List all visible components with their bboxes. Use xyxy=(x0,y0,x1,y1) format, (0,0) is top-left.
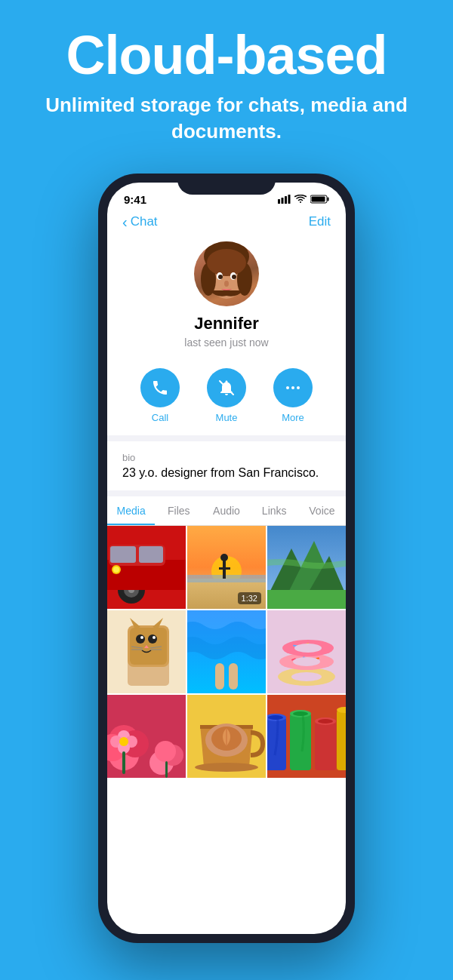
phone-svg xyxy=(151,379,169,397)
call-icon xyxy=(140,368,180,407)
svg-point-76 xyxy=(294,644,322,653)
media-item-6[interactable] xyxy=(267,610,346,693)
notch xyxy=(177,174,276,195)
phone-screen: 9:41 xyxy=(107,183,346,934)
svg-point-105 xyxy=(318,719,333,723)
svg-point-95 xyxy=(195,763,258,772)
svg-rect-28 xyxy=(139,546,163,563)
bio-section: bio 23 y.o. designer from San Francisco. xyxy=(107,441,346,490)
svg-point-20 xyxy=(297,386,300,389)
more-button[interactable]: More xyxy=(273,368,313,423)
svg-point-14 xyxy=(218,275,223,279)
pool-image xyxy=(187,610,266,693)
svg-point-16 xyxy=(224,281,229,287)
media-item-2[interactable]: 1:32 xyxy=(187,526,266,609)
svg-rect-6 xyxy=(312,197,325,202)
bell-mute-svg xyxy=(217,379,236,397)
svg-point-63 xyxy=(291,672,322,681)
tabs-section: Media Files Audio Links Voice xyxy=(107,496,346,526)
svg-point-11 xyxy=(207,249,246,276)
call-label: Call xyxy=(152,412,168,423)
flowers-image xyxy=(107,695,186,778)
back-label: Chat xyxy=(131,214,158,229)
phone-wrapper: 9:41 xyxy=(0,174,453,943)
tab-voice[interactable]: Voice xyxy=(298,496,346,525)
svg-rect-27 xyxy=(110,546,136,563)
profile-section: Jennifer last seen just now xyxy=(107,238,346,361)
donuts-image xyxy=(267,610,346,693)
media-item-5[interactable] xyxy=(187,610,266,693)
svg-point-70 xyxy=(293,657,320,666)
svg-point-36 xyxy=(220,554,228,561)
action-buttons: Call Mute xyxy=(107,361,346,435)
section-divider-2 xyxy=(107,490,346,496)
hero-title: Cloud-based xyxy=(30,27,423,84)
svg-rect-60 xyxy=(229,663,238,690)
media-item-4[interactable] xyxy=(107,610,186,693)
battery-icon xyxy=(310,195,329,204)
mute-button[interactable]: Mute xyxy=(207,368,246,423)
media-item-7[interactable] xyxy=(107,695,186,778)
more-label: More xyxy=(282,412,304,423)
svg-point-102 xyxy=(293,711,308,716)
avatar-svg xyxy=(194,241,259,306)
signal-icon xyxy=(278,195,291,204)
profile-status: last seen just now xyxy=(184,336,268,349)
svg-rect-42 xyxy=(267,590,346,609)
bio-text: 23 y.o. designer from San Francisco. xyxy=(122,466,331,480)
media-item-1[interactable] xyxy=(107,526,186,609)
svg-rect-46 xyxy=(130,628,167,665)
mountain-image xyxy=(267,526,346,609)
car-image xyxy=(107,526,186,609)
tab-audio[interactable]: Audio xyxy=(202,496,250,525)
tab-media[interactable]: Media xyxy=(107,496,155,525)
svg-rect-0 xyxy=(278,199,280,204)
mute-label: Mute xyxy=(216,412,238,423)
video-duration: 1:32 xyxy=(238,592,261,604)
hero-section: Cloud-based Unlimited storage for chats,… xyxy=(0,0,453,166)
svg-rect-103 xyxy=(315,721,336,770)
svg-point-18 xyxy=(286,386,289,389)
wifi-icon xyxy=(294,195,307,204)
svg-rect-3 xyxy=(288,195,291,204)
svg-point-15 xyxy=(232,275,236,279)
svg-rect-106 xyxy=(337,710,346,770)
edit-button[interactable]: Edit xyxy=(309,214,331,229)
mute-icon xyxy=(207,368,246,407)
hero-subtitle: Unlimited storage for chats, media and d… xyxy=(30,92,423,145)
svg-point-86 xyxy=(119,737,128,746)
svg-rect-1 xyxy=(282,198,284,204)
back-button[interactable]: ‹ Chat xyxy=(122,214,158,231)
coffee-image xyxy=(187,695,266,778)
nav-bar: ‹ Chat Edit xyxy=(107,210,346,238)
chevron-left-icon: ‹ xyxy=(122,214,128,231)
svg-rect-34 xyxy=(187,575,266,582)
tab-files[interactable]: Files xyxy=(155,496,202,525)
more-icon xyxy=(273,368,313,407)
svg-rect-59 xyxy=(215,663,224,690)
cans-image xyxy=(267,695,346,778)
svg-point-52 xyxy=(153,636,156,639)
media-item-9[interactable] xyxy=(267,695,346,778)
svg-point-50 xyxy=(148,634,157,644)
more-svg xyxy=(284,379,302,397)
tab-links[interactable]: Links xyxy=(251,496,298,525)
call-button[interactable]: Call xyxy=(140,368,180,423)
svg-point-99 xyxy=(268,715,283,720)
svg-rect-100 xyxy=(290,714,311,770)
media-grid: 1:32 xyxy=(107,526,346,934)
media-item-8[interactable] xyxy=(187,695,266,778)
media-item-3[interactable] xyxy=(267,526,346,609)
toast-image xyxy=(107,610,186,693)
avatar-image xyxy=(194,241,259,306)
avatar xyxy=(194,241,259,306)
svg-point-49 xyxy=(136,634,145,644)
svg-point-19 xyxy=(291,386,294,389)
svg-point-89 xyxy=(155,741,176,762)
bio-label: bio xyxy=(122,452,331,463)
status-icons xyxy=(278,195,329,204)
svg-point-51 xyxy=(140,636,143,639)
svg-rect-2 xyxy=(285,196,287,204)
status-time: 9:41 xyxy=(124,193,146,206)
section-divider-1 xyxy=(107,435,346,441)
